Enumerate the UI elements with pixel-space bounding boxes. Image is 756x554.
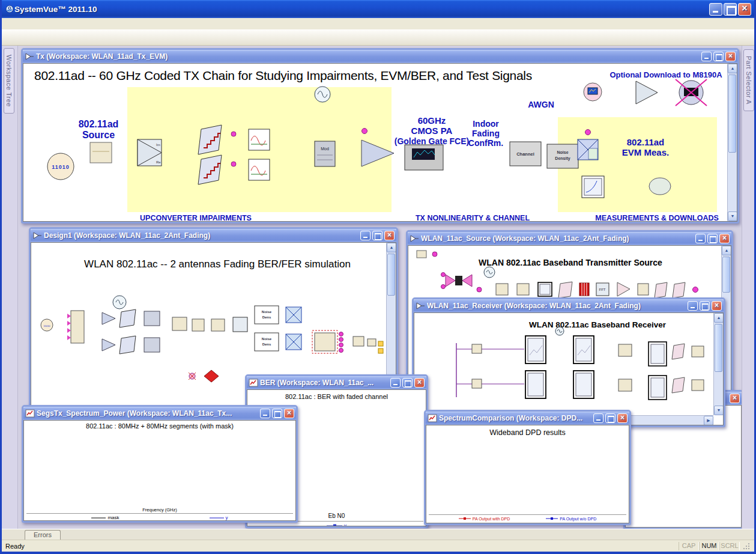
dpd-maximize-button[interactable]	[605, 413, 615, 423]
spectrum-maximize-button[interactable]	[272, 409, 282, 418]
evm-sink-icon[interactable]	[649, 178, 671, 195]
vsa-sink-icon[interactable]	[584, 83, 602, 101]
tx-vscrollbar[interactable]: ▲ ▼	[727, 64, 737, 221]
rx-framed6[interactable]	[649, 376, 667, 400]
tx-close-button[interactable]	[725, 52, 736, 61]
mixer-block[interactable]	[578, 139, 598, 160]
bit-source[interactable]: 11010	[41, 319, 53, 331]
src-interleave[interactable]	[558, 282, 572, 298]
rx-dec2[interactable]	[692, 380, 704, 391]
quantizer-L2[interactable]	[198, 155, 222, 184]
dpd-close-button[interactable]	[617, 413, 627, 423]
quantizer-L1[interactable]	[198, 125, 222, 154]
workspace-tree-tab[interactable]: Workspace Tree	[4, 48, 14, 114]
rx-eq2[interactable]	[618, 379, 632, 391]
src-mapper[interactable]	[579, 283, 589, 296]
receiver-close-button[interactable]	[712, 301, 722, 311]
matrix-block[interactable]	[233, 317, 247, 332]
dpd-titlebar[interactable]: SpectrumComparison (Workspace: DPD...	[426, 412, 629, 425]
fft-block[interactable]: FFT	[596, 283, 609, 296]
rx-deint2[interactable]	[672, 377, 685, 393]
m8190-converter[interactable]	[636, 81, 658, 104]
fading-block1[interactable]	[172, 317, 187, 330]
tx-maximize-button[interactable]	[713, 52, 724, 61]
src-amp[interactable]	[617, 282, 630, 296]
ccdf-block[interactable]	[582, 176, 604, 198]
dpd-minimize-button[interactable]	[593, 413, 603, 423]
design1-maximize-button[interactable]	[372, 231, 383, 240]
data-pattern-source[interactable]: 11010	[47, 153, 74, 180]
rx-framed1[interactable]	[525, 336, 546, 364]
design1-titlebar[interactable]: Design1 (Workspace: WLAN_11ac_2Ant_Fadin…	[31, 229, 396, 242]
resize-grip[interactable]	[742, 542, 751, 550]
oscillator-icon[interactable]	[315, 87, 330, 102]
src-blk3[interactable]	[638, 284, 649, 295]
tx-window-titlebar[interactable]: Tx (Workspace: WLAN_11ad_Tx_EVM)	[23, 50, 737, 63]
fading-block2[interactable]	[192, 319, 204, 331]
app-minimize-button[interactable]	[709, 3, 722, 16]
design1-close-button[interactable]	[384, 231, 395, 240]
rx-framed5[interactable]	[649, 342, 667, 366]
rx-in1[interactable]	[472, 344, 482, 353]
rx-framed2[interactable]	[573, 336, 594, 364]
source-minimize-button[interactable]	[695, 234, 706, 243]
mimo-enc1[interactable]	[144, 311, 160, 326]
receiver-minimize-button[interactable]	[688, 301, 698, 311]
sink2[interactable]	[367, 339, 376, 346]
pa-fce-block[interactable]	[405, 145, 443, 170]
ber-close-button[interactable]	[414, 378, 425, 388]
src-blk1[interactable]	[496, 284, 508, 295]
src-blk4[interactable]	[655, 282, 667, 298]
cx-to-rect-block[interactable]: Im Re	[138, 139, 162, 166]
source-maximize-button[interactable]	[707, 234, 718, 243]
tx-minimize-button[interactable]	[701, 52, 712, 61]
mixer1[interactable]	[286, 307, 301, 323]
rx-in2[interactable]	[472, 379, 482, 388]
noise-dens1[interactable]: Noise Dens	[255, 306, 279, 324]
receiver-vscrollbar[interactable]: ▲ ▼	[713, 313, 723, 415]
ofdm-filter1-block[interactable]	[249, 159, 270, 180]
ber-maximize-button[interactable]	[402, 378, 413, 388]
ber-minimize-button[interactable]	[390, 378, 401, 388]
combiner[interactable]	[211, 319, 225, 331]
quant2[interactable]	[119, 336, 136, 354]
spectrum-minimize-button[interactable]	[260, 409, 270, 418]
source-multiport[interactable]	[67, 311, 84, 343]
spectrum-titlebar[interactable]: SegsTx_Spectrum_Power (Workspace: WLAN_1…	[23, 407, 296, 420]
noise-dens2[interactable]: Noise Dens	[255, 333, 279, 351]
src-framed[interactable]	[538, 282, 552, 296]
receiver-titlebar[interactable]: WLAN_11ac_Receiver (Workspace: WLAN_11ac…	[414, 299, 724, 312]
app-maximize-button[interactable]	[724, 3, 737, 16]
constellation-close-button[interactable]	[730, 394, 740, 403]
spectrum-close-button[interactable]	[284, 409, 294, 418]
mixer2[interactable]	[286, 334, 301, 350]
rx-eq1[interactable]	[618, 344, 632, 356]
rx-framed4[interactable]	[573, 371, 594, 398]
mimo-bowtie[interactable]	[441, 273, 473, 289]
rx-deint1[interactable]	[672, 344, 685, 359]
source-titlebar[interactable]: WLAN_11ac_Source (Workspace: WLAN_11ac_2…	[408, 232, 731, 245]
ofdm-filter2-block[interactable]	[249, 129, 270, 150]
quant1[interactable]	[119, 309, 136, 327]
receiver-maximize-button[interactable]	[700, 301, 710, 311]
mimo-enc2[interactable]	[144, 338, 160, 352]
source-close-button[interactable]	[719, 234, 730, 243]
src-blk2[interactable]	[517, 284, 529, 295]
app-titlebar[interactable]: SystemVue™ 2011.10	[2, 0, 754, 18]
errors-tab[interactable]: Errors	[25, 530, 61, 540]
sink1[interactable]	[353, 336, 364, 346]
ber-sink-diamond[interactable]	[204, 370, 219, 382]
modulator-block[interactable]: Mod	[315, 141, 335, 166]
ber-titlebar[interactable]: BER (Workspace: WLAN_11ac_...	[247, 376, 426, 389]
wlan11ad-source-block[interactable]	[90, 142, 112, 163]
src-blk5[interactable]	[673, 282, 685, 298]
design1-minimize-button[interactable]	[360, 231, 370, 240]
m8190-scope-icon[interactable]	[676, 79, 707, 106]
rx-framed3[interactable]	[525, 371, 546, 398]
app-close-button[interactable]	[738, 3, 751, 16]
part-selector-tab[interactable]: Part Selector A	[743, 49, 754, 111]
amp2-icon[interactable]	[102, 339, 115, 351]
noise-density-block[interactable]: Noise Density	[547, 144, 578, 168]
amp1-icon[interactable]	[102, 312, 115, 324]
channel-block[interactable]: Channel	[510, 142, 541, 166]
